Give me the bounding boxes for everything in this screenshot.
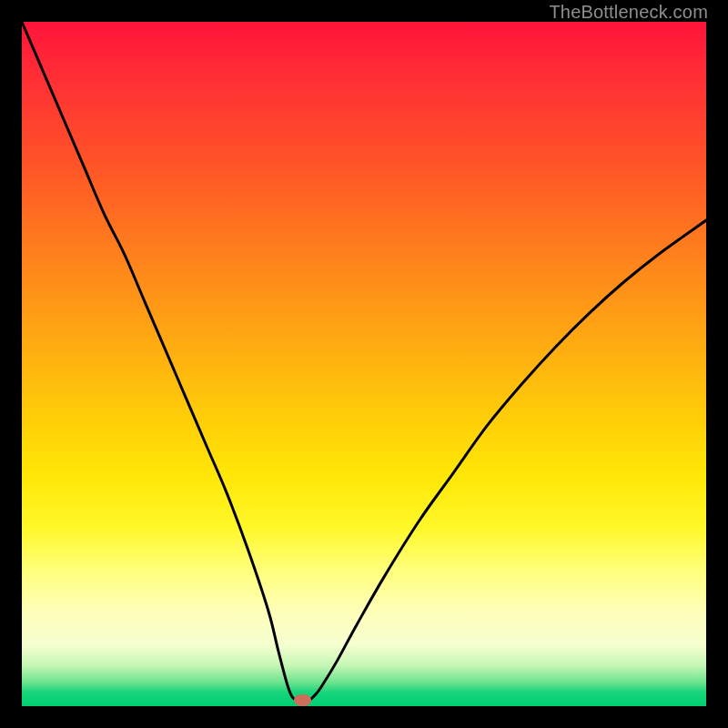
watermark-text: TheBottleneck.com <box>549 2 708 23</box>
bottleneck-curve <box>22 22 706 701</box>
optimum-marker <box>294 694 311 706</box>
plot-area <box>22 22 706 706</box>
chart-container: TheBottleneck.com <box>0 0 728 728</box>
curve-svg <box>22 22 706 706</box>
